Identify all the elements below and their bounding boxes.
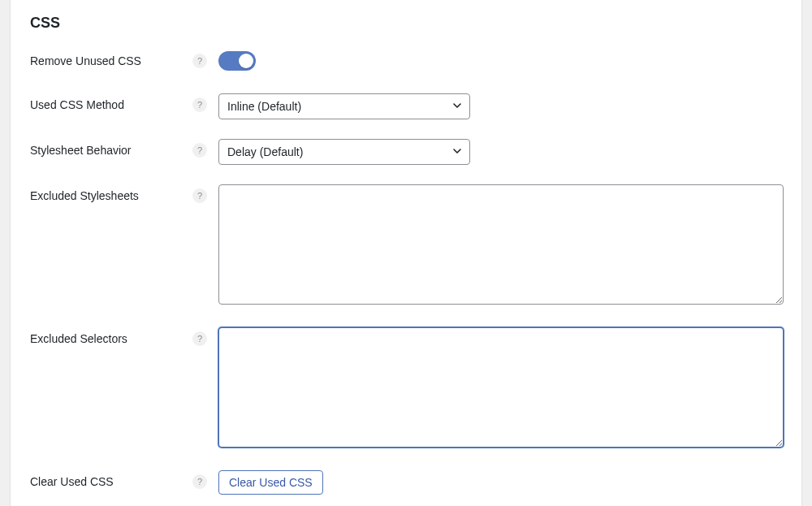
label-stylesheet-behavior: Stylesheet Behavior	[30, 139, 192, 157]
control-clear-used: Clear Used CSS	[218, 470, 782, 495]
label-excluded-stylesheets: Excluded Stylesheets	[30, 184, 192, 202]
help-icon[interactable]: ?	[192, 97, 207, 112]
row-clear-used-css: Clear Used CSS ? Clear Used CSS	[30, 470, 782, 495]
help-icon[interactable]: ?	[192, 143, 207, 158]
control-used-method: Inline (Default)	[218, 93, 782, 119]
clear-used-css-button[interactable]: Clear Used CSS	[218, 470, 323, 495]
textarea-excluded-stylesheets[interactable]	[218, 184, 784, 305]
control-excluded-selectors	[218, 327, 784, 451]
help-icon[interactable]: ?	[192, 474, 207, 489]
toggle-remove-unused-css[interactable]	[218, 51, 256, 71]
select-stylesheet-behavior[interactable]: Delay (Default)	[218, 139, 470, 165]
row-stylesheet-behavior: Stylesheet Behavior ? Delay (Default)	[30, 139, 782, 165]
row-remove-unused-css: Remove Unused CSS ?	[30, 50, 782, 74]
row-excluded-stylesheets: Excluded Stylesheets ?	[30, 184, 782, 308]
label-remove-unused-css: Remove Unused CSS	[30, 50, 192, 67]
css-settings-panel: CSS Remove Unused CSS ? Used CSS Method …	[10, 0, 802, 506]
help-icon[interactable]: ?	[192, 188, 207, 203]
section-title: CSS	[30, 15, 782, 32]
control-excluded-stylesheets	[218, 184, 784, 308]
select-used-css-method-wrap: Inline (Default)	[218, 93, 470, 119]
label-excluded-selectors: Excluded Selectors	[30, 327, 192, 345]
control-stylesheet-behavior: Delay (Default)	[218, 139, 782, 165]
label-used-css-method: Used CSS Method	[30, 93, 192, 111]
textarea-excluded-selectors[interactable]	[218, 327, 784, 448]
row-excluded-selectors: Excluded Selectors ?	[30, 327, 782, 451]
help-icon[interactable]: ?	[192, 331, 207, 346]
control-remove-unused	[218, 50, 782, 74]
toggle-knob	[239, 54, 253, 68]
label-clear-used-css: Clear Used CSS	[30, 470, 192, 488]
select-used-css-method[interactable]: Inline (Default)	[218, 93, 470, 119]
row-used-css-method: Used CSS Method ? Inline (Default)	[30, 93, 782, 119]
select-stylesheet-behavior-wrap: Delay (Default)	[218, 139, 470, 165]
help-icon[interactable]: ?	[192, 54, 207, 68]
